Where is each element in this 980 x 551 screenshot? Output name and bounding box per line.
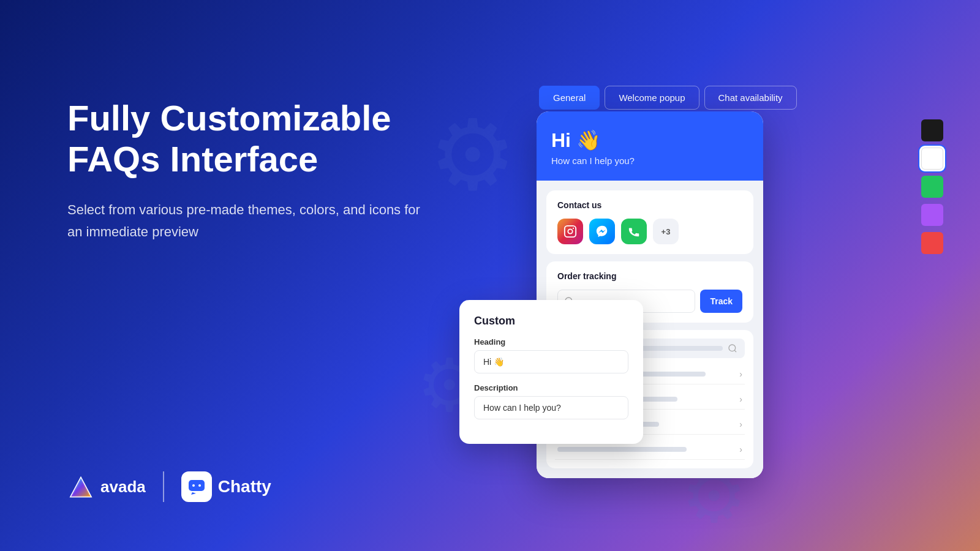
swatch-red[interactable] xyxy=(921,232,943,254)
heading-input[interactable] xyxy=(474,350,628,373)
description-input[interactable] xyxy=(474,396,628,419)
gear-background-1: ⚙ xyxy=(429,98,516,212)
social-icons: +3 xyxy=(557,219,742,244)
left-content: Fully Customizable FAQs Interface Select… xyxy=(67,98,423,242)
page-title: Fully Customizable FAQs Interface xyxy=(67,98,423,179)
faq-row-bar-4 xyxy=(557,447,687,452)
swatch-purple[interactable] xyxy=(921,204,943,226)
greeting-text: Hi 👋 xyxy=(551,129,748,152)
svg-point-3 xyxy=(192,484,195,487)
description-form-group: Description xyxy=(474,383,628,419)
tab-bar: General Welcome popup Chat availability xyxy=(539,86,797,110)
brand-divider xyxy=(163,471,164,502)
heading-form-group: Heading xyxy=(474,337,628,373)
avada-brand: avada xyxy=(67,473,146,500)
track-button[interactable]: Track xyxy=(700,290,742,313)
tab-general[interactable]: General xyxy=(539,86,600,110)
chatty-text: Chatty xyxy=(218,477,271,497)
messenger-icon[interactable] xyxy=(589,219,615,244)
tab-welcome-popup[interactable]: Welcome popup xyxy=(605,86,699,110)
custom-panel-title: Custom xyxy=(474,315,628,328)
svg-rect-2 xyxy=(189,480,205,491)
faq-chevron-1: › xyxy=(739,369,742,379)
social-more-badge[interactable]: +3 xyxy=(653,219,679,244)
swatch-white[interactable] xyxy=(921,148,943,170)
faq-chevron-3: › xyxy=(739,419,742,429)
heading-label: Heading xyxy=(474,337,628,347)
svg-point-8 xyxy=(729,345,736,351)
instagram-icon[interactable] xyxy=(557,219,583,244)
tracking-title: Order tracking xyxy=(557,271,742,281)
svg-point-6 xyxy=(568,229,572,233)
color-swatches xyxy=(921,119,943,254)
contact-section: Contact us xyxy=(546,190,753,254)
custom-panel: Custom Heading Description xyxy=(459,300,643,444)
avada-icon xyxy=(67,473,94,500)
faq-chevron-2: › xyxy=(739,394,742,404)
svg-point-4 xyxy=(198,484,201,487)
faq-chevron-4: › xyxy=(739,444,742,454)
brand-bar: avada Chatty xyxy=(67,471,271,502)
chatty-brand: Chatty xyxy=(181,471,271,502)
description-label: Description xyxy=(474,383,628,392)
svg-marker-1 xyxy=(71,478,91,497)
svg-rect-5 xyxy=(565,226,576,237)
chatty-icon xyxy=(181,471,212,502)
greeting-subtitle: How can I help you? xyxy=(551,156,748,166)
avada-text: avada xyxy=(100,478,146,497)
contact-title: Contact us xyxy=(557,200,742,210)
svg-point-7 xyxy=(573,228,574,229)
phone-icon[interactable] xyxy=(621,219,647,244)
swatch-black[interactable] xyxy=(921,119,943,141)
tab-chat-availability[interactable]: Chat availability xyxy=(704,86,797,110)
swatch-green[interactable] xyxy=(921,176,943,198)
faq-search-icon xyxy=(728,343,737,353)
page-subtitle: Select from various pre-made themes, col… xyxy=(67,199,423,242)
card-header: Hi 👋 How can I help you? xyxy=(537,111,763,181)
